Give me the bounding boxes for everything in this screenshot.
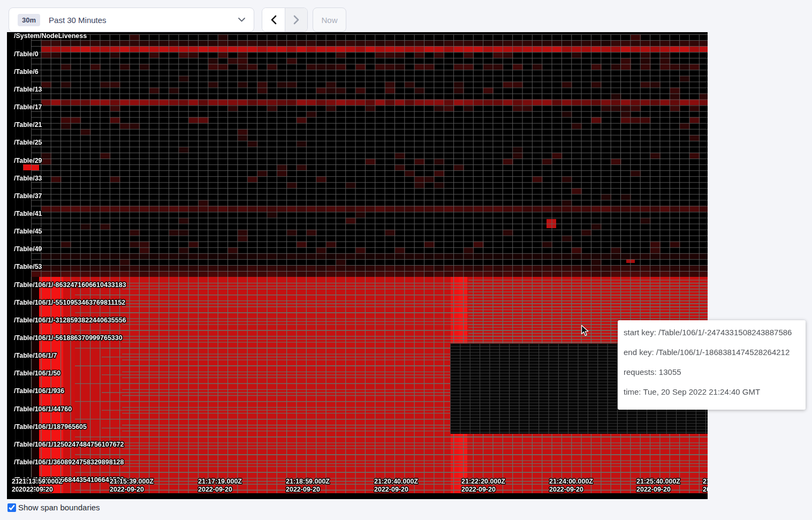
now-button[interactable]: Now xyxy=(313,7,346,32)
tooltip-end-key: end key: /Table/106/1/-18683814745282642… xyxy=(624,342,806,362)
tooltip-time: time: Tue, 20 Sep 2022 21:24:40 GMT xyxy=(624,382,806,402)
time-scale-badge: 30m xyxy=(18,14,40,26)
key-visualizer-page: 30m Past 30 Minutes Now start key: /Tabl… xyxy=(0,0,812,520)
show-span-boundaries-checkbox[interactable] xyxy=(7,503,16,512)
span-boundaries-control: Show span boundaries xyxy=(6,503,100,512)
tooltip-requests: requests: 13055 xyxy=(624,362,806,382)
time-next-button[interactable] xyxy=(285,8,307,32)
time-prev-button[interactable] xyxy=(262,8,285,32)
time-scale-dropdown[interactable]: 30m Past 30 Minutes xyxy=(9,7,254,32)
chevron-left-icon xyxy=(270,15,277,25)
tooltip-start-key: start key: /Table/106/1/-247433150824388… xyxy=(624,322,806,342)
chevron-right-icon xyxy=(293,15,300,25)
time-nav-group xyxy=(262,7,308,32)
hover-tooltip: start key: /Table/106/1/-247433150824388… xyxy=(618,320,806,410)
time-scale-label: Past 30 Minutes xyxy=(49,16,107,25)
show-span-boundaries-label: Show span boundaries xyxy=(18,503,100,512)
key-visualizer-heatmap[interactable] xyxy=(7,32,708,499)
chevron-down-icon xyxy=(238,18,245,22)
mouse-cursor xyxy=(581,325,589,337)
